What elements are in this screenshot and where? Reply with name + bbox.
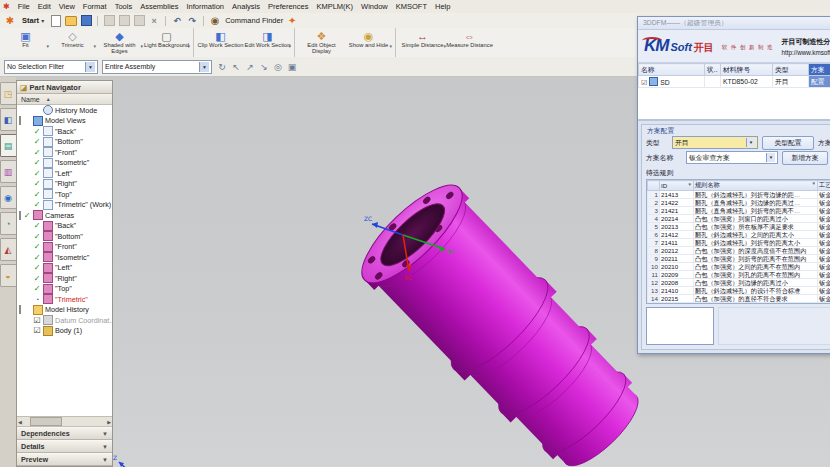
rule-row[interactable]: 8 20212 凸包（加强窝）的深度高度值不在范围内 钣金 凸包 — [648, 247, 830, 255]
tree-check-icon[interactable] — [33, 232, 41, 241]
toolbar-button[interactable]: ❖ Edit Object Display — [294, 28, 345, 57]
tree-item[interactable]: "Right" — [17, 273, 112, 284]
menu-item[interactable]: View — [55, 2, 79, 11]
undo-icon[interactable]: ↶ — [171, 15, 183, 26]
chevron-down-icon[interactable]: ▾ — [288, 43, 291, 49]
tree-check-icon[interactable] — [33, 295, 41, 304]
tree-check-icon[interactable] — [33, 242, 41, 251]
type-config-button[interactable]: 类型配置 — [762, 136, 814, 150]
chevron-down-icon[interactable]: ▼ — [102, 457, 108, 463]
selection-tool-icon[interactable]: ↘ — [258, 62, 270, 72]
collapsed-panel-bar[interactable]: Dependencies ▼ — [17, 427, 112, 440]
collapsed-panel-bar[interactable]: Details ▼ — [17, 440, 112, 453]
type-combo[interactable]: 开目▼ — [672, 136, 758, 149]
tree-item[interactable]: "Trimetric" — [17, 294, 112, 305]
rule-row[interactable]: 12 20208 凸包（加强窝）到边缘的距离过小 钣金 凸包 — [648, 279, 830, 287]
col-header-rule-name[interactable]: 规则名称▼ — [694, 181, 818, 191]
resource-bar-button[interactable]: ◧ — [0, 108, 17, 131]
tree-check-icon[interactable] — [33, 169, 41, 178]
menu-item[interactable]: Window — [357, 2, 392, 11]
tree-check-icon[interactable] — [33, 326, 41, 335]
tree-item[interactable]: Body (1) — [17, 326, 112, 337]
tree-check-icon[interactable] — [33, 263, 41, 272]
tree-check-icon[interactable] — [33, 316, 41, 325]
tree-item[interactable]: History Mode — [17, 105, 112, 116]
chevron-down-icon[interactable]: ▼ — [199, 62, 209, 72]
rule-row[interactable]: 11 20209 凸包（加强窝）到孔的距离不在范围内 钣金 凸包 — [648, 271, 830, 279]
chevron-down-icon[interactable]: ▼ — [102, 444, 108, 450]
new-file-icon[interactable] — [51, 15, 61, 27]
col-header-index[interactable] — [648, 181, 660, 191]
scroll-left-icon[interactable]: ◀ — [18, 419, 22, 425]
collapsed-panel-bar[interactable]: Preview ▼ — [17, 453, 112, 466]
chevron-down-icon[interactable]: ▼ — [746, 138, 755, 147]
tree-item[interactable]: "Top" — [17, 189, 112, 200]
resource-bar-button[interactable]: ◉ — [0, 186, 17, 209]
rule-row[interactable]: 6 21412 翻孔（斜边减轻孔）之间的距离太小 钣金 翻孔 — [648, 231, 830, 239]
chevron-down-icon[interactable]: ▾ — [187, 43, 190, 49]
toolbar-button[interactable]: ◆ Shaded with Edges ▾ — [96, 28, 143, 57]
selection-tool-icon[interactable]: ↖ — [230, 62, 242, 72]
chevron-down-icon[interactable]: ▼ — [85, 62, 95, 72]
tree-expander[interactable] — [19, 211, 21, 220]
tree-check-icon[interactable] — [33, 200, 41, 209]
tree-check-icon[interactable] — [33, 158, 41, 167]
rule-row[interactable]: 4 20214 凸包（加强窝）到窗口的距离过小 钣金 凸包 — [648, 215, 830, 223]
menu-item[interactable]: Preferences — [264, 2, 312, 11]
menu-item[interactable]: KMPLM(K) — [312, 2, 357, 11]
start-button[interactable]: Start ▾ — [19, 16, 47, 25]
scheme-name-combo[interactable]: 钣金审查方案▼ — [686, 151, 778, 164]
tree-item[interactable]: "Front" — [17, 147, 112, 158]
tree-item[interactable]: "Bottom" — [17, 137, 112, 148]
tree-item[interactable]: "Trimetric" (Work) — [17, 200, 112, 211]
palette-icon[interactable]: ✦ — [286, 15, 298, 26]
toolbar-button[interactable]: ◧ Clip Work Section — [193, 28, 244, 57]
rule-row[interactable]: 3 21421 翻孔（直角减轻孔）到折弯的距离不… 钣金 翻孔 — [648, 207, 830, 215]
col-header-scheme[interactable]: 方案 — [809, 64, 830, 76]
chevron-down-icon[interactable]: ▾ — [389, 43, 392, 49]
rule-row[interactable]: 2 21422 翻孔（直角减轻孔）到边缘的距离过… 钣金 翻孔 — [648, 199, 830, 207]
rule-row[interactable]: 7 21411 翻孔（斜边减轻孔）到折弯的距离太小 钣金 翻孔 — [648, 239, 830, 247]
tree-check-icon[interactable] — [33, 148, 41, 157]
selection-tool-icon[interactable]: ◎ — [272, 62, 284, 72]
selection-tool-icon[interactable]: ↻ — [216, 62, 228, 72]
save-icon[interactable] — [81, 15, 92, 26]
col-header-status[interactable]: 状.. — [705, 64, 721, 76]
tree-check-icon[interactable] — [33, 127, 41, 136]
resource-bar-button[interactable]: ▤ — [0, 134, 17, 157]
selection-scope-combo[interactable]: Entire Assembly▼ — [102, 60, 212, 74]
rule-row[interactable]: 14 20215 凸包（加强窝）的直径不符合要求 钣金 凸包 — [648, 295, 830, 303]
rule-row[interactable]: 5 20213 凸包（加强窝）所在板厚不满足要求 钣金 凸包 — [648, 223, 830, 231]
redo-icon[interactable]: ↷ — [186, 15, 198, 26]
toolbar-button[interactable]: ◉ Show and Hide ▾ — [345, 28, 392, 57]
tree-check-icon[interactable] — [33, 137, 41, 146]
tree-check-icon[interactable] — [33, 274, 41, 283]
configure-link[interactable]: 配置 — [809, 76, 830, 88]
menu-item[interactable]: KMSOFT — [392, 2, 431, 11]
tree-expander[interactable] — [19, 305, 21, 314]
tree-check-icon[interactable] — [23, 211, 31, 220]
scroll-right-icon[interactable]: ▶ — [107, 419, 111, 425]
menu-item[interactable]: Analysis — [228, 2, 264, 11]
menu-item[interactable]: Format — [79, 2, 111, 11]
tree-item[interactable]: "Bottom" — [17, 231, 112, 242]
tree-item[interactable]: "Left" — [17, 168, 112, 179]
tree-item[interactable]: "Isometric" — [17, 252, 112, 263]
toolbar-button[interactable]: ▣ Fit ▾ — [2, 28, 49, 57]
selection-tool-icon[interactable]: ▣ — [286, 62, 298, 72]
scrollbar-thumb[interactable] — [30, 417, 62, 426]
menu-item[interactable]: File — [14, 2, 34, 11]
col-header-type[interactable]: 类型 — [773, 64, 809, 76]
tree-check-icon[interactable] — [33, 179, 41, 188]
tree-item[interactable]: "Back" — [17, 221, 112, 232]
tree-item[interactable]: "Front" — [17, 242, 112, 253]
col-header-material[interactable]: 材料牌号 — [721, 64, 773, 76]
tree-item[interactable]: Cameras — [17, 210, 112, 221]
toolbar-button[interactable]: ↔ Simple Distance ▾ — [395, 28, 446, 57]
resource-bar-button[interactable]: ◭ — [0, 238, 17, 261]
selection-tool-icon[interactable]: ↗ — [244, 62, 256, 72]
tree-item[interactable]: Datum Coordinat... — [17, 315, 112, 326]
col-header-process-type[interactable]: 工艺类型▼ — [818, 181, 830, 191]
resource-bar-button[interactable]: ▥ — [0, 160, 17, 183]
tree-item[interactable]: "Isometric" — [17, 158, 112, 169]
